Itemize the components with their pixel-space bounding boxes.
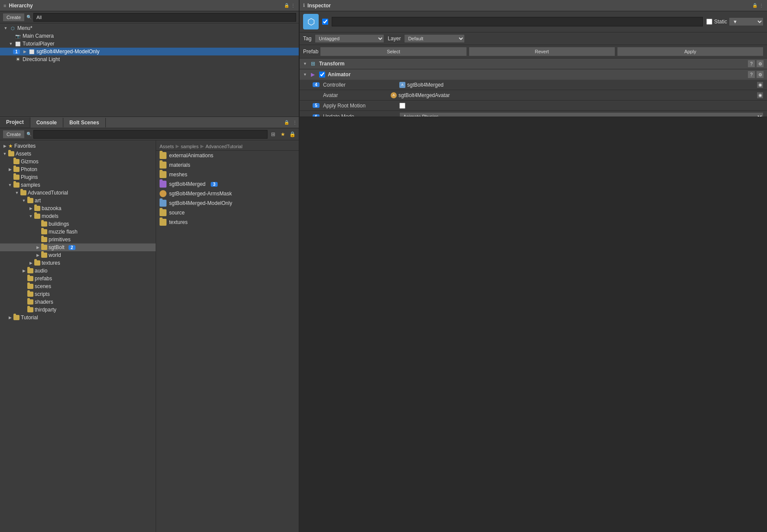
ptree-photon[interactable]: ▶ Photon bbox=[0, 165, 156, 173]
badge-6: 6 bbox=[313, 114, 320, 117]
arrow-spacer bbox=[22, 292, 26, 296]
tag-select[interactable]: Untagged bbox=[315, 34, 384, 43]
arrow-spacer bbox=[22, 276, 26, 281]
tab-project[interactable]: Project bbox=[0, 117, 30, 128]
avatar-file-icon bbox=[160, 190, 166, 197]
animator-header[interactable]: ▼ ▶ Animator ? ⚙ bbox=[300, 69, 767, 80]
file-item-meshes[interactable]: meshes bbox=[156, 170, 299, 179]
tab-console[interactable]: Console bbox=[30, 118, 63, 127]
inspector-lock-icon[interactable]: 🔒 bbox=[752, 3, 757, 8]
lock-icon[interactable]: 🔒 bbox=[284, 3, 289, 8]
tab-bolt-scenes[interactable]: Bolt Scenes bbox=[63, 118, 106, 127]
ptree-scripts[interactable]: scripts bbox=[0, 290, 156, 298]
models-arrow-icon: ▼ bbox=[29, 214, 33, 218]
art-folder-icon bbox=[27, 198, 33, 203]
light-icon: ☀ bbox=[15, 56, 21, 62]
ptree-primitives[interactable]: primitives bbox=[0, 236, 156, 243]
prefab-row: Prefab Select Revert Apply bbox=[300, 45, 767, 58]
tree-item-label: sgtBolt4Merged-ModelOnly bbox=[36, 49, 99, 55]
inspector-menu-icon[interactable]: ⋮ bbox=[759, 3, 764, 8]
hierarchy-menu-icon[interactable]: ⋮ bbox=[291, 3, 295, 8]
ptree-samples[interactable]: ▼ samples bbox=[0, 181, 156, 189]
hierarchy-search-input[interactable] bbox=[33, 13, 296, 22]
hierarchy-item-tutorialplayer[interactable]: ▼ ⬜ TutorialPlayer bbox=[0, 40, 299, 48]
layer-label: Layer bbox=[388, 36, 401, 42]
tree-item-label: Directional Light bbox=[23, 56, 60, 62]
file-item-armsmask[interactable]: sgtBolt4Merged-ArmsMask bbox=[156, 189, 299, 198]
file-item-textures[interactable]: textures bbox=[156, 217, 299, 227]
prefab-apply-button[interactable]: Apply bbox=[617, 47, 764, 56]
apply-root-motion-field: 5 Apply Root Motion bbox=[300, 101, 767, 111]
update-mode-field: 6 Update Mode Animate Physics bbox=[300, 111, 767, 117]
avatar-picker-button[interactable]: ◉ bbox=[757, 92, 764, 99]
ptree-prefabs[interactable]: prefabs bbox=[0, 275, 156, 282]
controller-picker-button[interactable]: ◉ bbox=[757, 81, 764, 88]
transform-doc-button[interactable]: ? bbox=[748, 60, 755, 67]
animator-settings-button[interactable]: ⚙ bbox=[757, 71, 764, 78]
tree-item-label: Menu* bbox=[17, 25, 33, 31]
arrow-spacer bbox=[36, 237, 40, 242]
tutorial-arrow-icon: ▶ bbox=[8, 315, 12, 320]
object-enabled-checkbox[interactable] bbox=[322, 19, 328, 25]
hierarchy-item-maincamera[interactable]: 📷 Main Camera bbox=[0, 32, 299, 40]
ptree-sgtbolt[interactable]: ▶ sgtBolt 2 bbox=[0, 243, 156, 251]
file-item-source[interactable]: source bbox=[156, 208, 299, 217]
breadcrumb: Assets ▶ samples ▶ AdvancedTutorial bbox=[156, 142, 299, 151]
ptree-bazooka[interactable]: ▶ bazooka bbox=[0, 204, 156, 212]
layer-select[interactable]: Default bbox=[404, 34, 465, 43]
file-item-sgtbolt4merged[interactable]: sgtBolt4Merged 3 bbox=[156, 179, 299, 189]
photon-folder-icon bbox=[13, 167, 20, 172]
ptree-gizmos[interactable]: Gizmos bbox=[0, 158, 156, 165]
file-item-externalanimations[interactable]: externalAnimations bbox=[156, 151, 299, 160]
animator-doc-button[interactable]: ? bbox=[748, 71, 755, 78]
ptree-audio[interactable]: ▶ audio bbox=[0, 267, 156, 275]
animator-enabled-checkbox[interactable] bbox=[319, 71, 325, 78]
folder-icon bbox=[160, 209, 166, 216]
ptree-buildings[interactable]: buildings bbox=[0, 220, 156, 228]
static-dropdown[interactable]: ▼ bbox=[729, 17, 764, 26]
ptree-models[interactable]: ▼ models bbox=[0, 212, 156, 220]
project-create-button[interactable]: Create bbox=[3, 130, 25, 139]
object-name-input[interactable]: sgtBolt4Merged-ModelOnly bbox=[332, 17, 703, 26]
prefab-revert-button[interactable]: Revert bbox=[469, 47, 615, 56]
ptree-muzzleflash[interactable]: muzzle flash bbox=[0, 228, 156, 236]
transform-settings-button[interactable]: ⚙ bbox=[757, 60, 764, 67]
ptree-favorites[interactable]: ▶ ★ Favorites bbox=[0, 142, 156, 150]
ptree-world[interactable]: ▶ world bbox=[0, 251, 156, 259]
avatar-value: sgtBolt4MergedAvatar bbox=[398, 92, 755, 98]
transform-header[interactable]: ▼ ⊞ Transform ? ⚙ bbox=[300, 58, 767, 69]
hierarchy-item-sgtbolt[interactable]: 1 ▶ ⬜ sgtBolt4Merged-ModelOnly bbox=[0, 48, 299, 55]
project-search-input[interactable] bbox=[33, 130, 268, 139]
ptree-thirdparty[interactable]: thirdparty bbox=[0, 306, 156, 314]
animator-asset-icon: A bbox=[399, 82, 405, 88]
ptree-art-textures[interactable]: ▶ textures bbox=[0, 259, 156, 267]
ptree-assets[interactable]: ▼ Assets bbox=[0, 150, 156, 158]
ptree-art[interactable]: ▼ art bbox=[0, 197, 156, 204]
hierarchy-header: ≡ Hierarchy 🔒 ⋮ bbox=[0, 0, 299, 11]
arrow-spacer bbox=[22, 308, 26, 312]
hierarchy-item-menu[interactable]: ▼ ⬡ Menu* bbox=[0, 24, 299, 32]
ptree-shaders[interactable]: shaders bbox=[0, 298, 156, 306]
file-item-modelonly[interactable]: sgtBolt4Merged-ModelOnly bbox=[156, 198, 299, 208]
apply-root-motion-checkbox[interactable] bbox=[399, 103, 405, 109]
project-lock-btn[interactable]: 🔒 bbox=[288, 130, 296, 138]
hierarchy-item-light[interactable]: ☀ Directional Light bbox=[0, 55, 299, 63]
transform-component: ▼ ⊞ Transform ? ⚙ bbox=[300, 58, 767, 69]
info-icon: ℹ bbox=[303, 3, 305, 8]
hierarchy-create-button[interactable]: Create bbox=[3, 13, 25, 22]
ptree-tutorial[interactable]: ▶ Tutorial bbox=[0, 314, 156, 321]
gizmos-folder-icon bbox=[13, 159, 20, 164]
project-filter-button[interactable]: ⊞ bbox=[269, 130, 277, 138]
static-label: Static bbox=[714, 19, 727, 25]
photon-arrow-icon: ▶ bbox=[8, 167, 12, 172]
prefab-select-button[interactable]: Select bbox=[320, 47, 467, 56]
ptree-scenes[interactable]: scenes bbox=[0, 282, 156, 290]
update-mode-select[interactable]: Animate Physics bbox=[399, 112, 764, 117]
project-menu-icon[interactable]: ⋮ bbox=[291, 120, 299, 125]
static-checkbox[interactable] bbox=[706, 19, 712, 25]
project-lock-icon[interactable]: 🔒 bbox=[282, 120, 291, 125]
ptree-plugins[interactable]: Plugins bbox=[0, 173, 156, 181]
ptree-advancedtutorial[interactable]: ▼ AdvancedTutorial bbox=[0, 189, 156, 197]
project-star-button[interactable]: ★ bbox=[279, 130, 287, 138]
file-item-materials[interactable]: materials bbox=[156, 160, 299, 170]
